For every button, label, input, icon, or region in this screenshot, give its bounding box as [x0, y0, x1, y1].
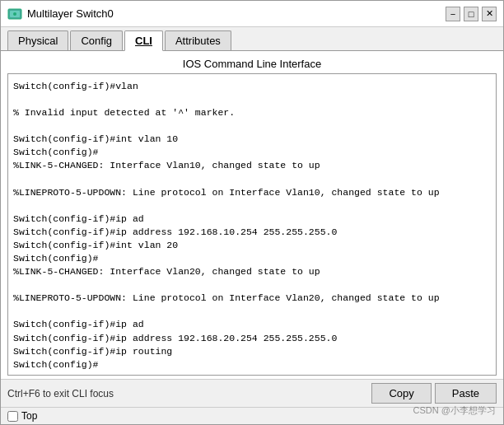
copy-button[interactable]: Copy [371, 383, 431, 404]
help-text: Ctrl+F6 to exit CLI focus [7, 388, 114, 399]
tab-physical[interactable]: Physical [7, 30, 68, 50]
content-area: IOS Command Line Interface Enter configu… [1, 51, 503, 379]
window-title: Multilayer Switch0 [27, 7, 446, 20]
window-controls: − □ ✕ [446, 7, 497, 21]
main-window: Multilayer Switch0 − □ ✕ Physical Config… [0, 0, 504, 425]
title-bar: Multilayer Switch0 − □ ✕ [1, 1, 503, 27]
close-button[interactable]: ✕ [482, 7, 497, 21]
minimize-button[interactable]: − [446, 7, 460, 21]
tab-cli[interactable]: CLI [124, 30, 163, 51]
top-checkbox[interactable] [7, 411, 18, 422]
tab-attributes[interactable]: Attributes [165, 30, 231, 50]
bottom-bar: Ctrl+F6 to exit CLI focus Copy Paste [1, 379, 503, 407]
svg-point-2 [13, 12, 16, 16]
tab-config[interactable]: Config [70, 30, 123, 50]
section-title: IOS Command Line Interface [4, 54, 500, 73]
cli-output[interactable]: Enter configuration commands, one per li… [8, 74, 496, 375]
app-icon [7, 7, 22, 21]
maximize-button[interactable]: □ [464, 7, 478, 21]
action-buttons: Copy Paste [371, 383, 497, 404]
footer-bar: Top [1, 407, 503, 424]
tab-bar: Physical Config CLI Attributes [1, 27, 503, 51]
paste-button[interactable]: Paste [435, 383, 497, 404]
cli-container: Enter configuration commands, one per li… [7, 73, 497, 376]
top-label: Top [21, 410, 37, 422]
